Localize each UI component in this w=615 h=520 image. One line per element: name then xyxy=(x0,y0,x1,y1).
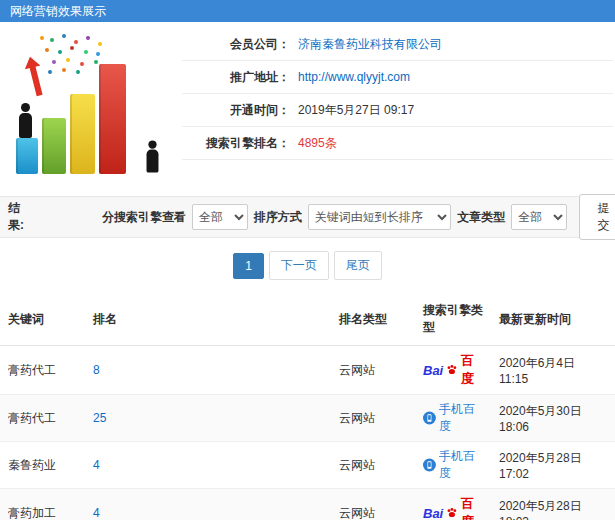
engine-type-cell: Bai百度 xyxy=(415,489,491,520)
chart-bar-blue xyxy=(16,138,38,174)
member-info-table: 会员公司： 济南秦鲁药业科技有限公司 推广地址： http://www.qlyy… xyxy=(182,28,613,176)
rank-count-label: 搜索引擎排名： xyxy=(182,135,290,152)
rank-type-cell: 云网站 xyxy=(331,346,415,395)
page-button-current[interactable]: 1 xyxy=(233,253,264,279)
sort-filter-label: 排序方式 xyxy=(254,209,302,226)
open-time-value: 2019年5月27日 09:17 xyxy=(298,102,414,119)
baidu-logo: Bai百度 xyxy=(423,352,483,388)
chart-bar-red xyxy=(99,64,126,174)
header-keyword: 关键词 xyxy=(0,293,85,346)
last-page-button[interactable]: 尾页 xyxy=(334,251,382,280)
info-row-rank-count: 搜索引擎排名： 4895条 xyxy=(182,127,613,160)
baidu-paw-icon xyxy=(446,363,458,377)
rank-type-cell: 云网站 xyxy=(331,489,415,520)
keyword-cell: 膏药代工 xyxy=(0,346,85,395)
sort-filter-select[interactable]: 关键词由短到长排序 xyxy=(308,204,452,230)
rank-cell: 8 xyxy=(85,346,331,395)
header-rank: 排名 xyxy=(85,293,331,346)
pagination: 1 下一页 尾页 xyxy=(0,251,615,280)
result-label: 结果: xyxy=(8,200,24,234)
open-time-label: 开通时间： xyxy=(182,102,290,119)
updated-time-cell: 2020年5月28日 17:02 xyxy=(491,442,615,489)
rank-cell: 4 xyxy=(85,442,331,489)
next-page-button[interactable]: 下一页 xyxy=(269,251,329,280)
article-type-label: 文章类型 xyxy=(457,209,505,226)
company-link[interactable]: 济南秦鲁药业科技有限公司 xyxy=(298,36,442,53)
updated-time-cell: 2020年5月30日 18:06 xyxy=(491,395,615,442)
member-info-section: 会员公司： 济南秦鲁药业科技有限公司 推广地址： http://www.qlyy… xyxy=(0,22,615,180)
filter-bar: 结果: 分搜索引擎查看 全部 排序方式 关键词由短到长排序 文章类型 全部 提交 xyxy=(0,196,615,238)
rank-type-cell: 云网站 xyxy=(331,395,415,442)
info-row-company: 会员公司： 济南秦鲁药业科技有限公司 xyxy=(182,28,613,61)
engine-type-cell: 手机百度 xyxy=(415,442,491,489)
company-label: 会员公司： xyxy=(182,36,290,53)
chart-bar-yellow xyxy=(70,94,95,174)
table-row: 膏药代工8云网站Bai百度2020年6月4日 11:15 xyxy=(0,346,615,395)
rank-link[interactable]: 4 xyxy=(93,506,100,520)
page-title: 网络营销效果展示 xyxy=(10,4,106,18)
header-updated: 最新更新时间 xyxy=(491,293,615,346)
header-engine-type: 搜索引擎类型 xyxy=(415,293,491,346)
baidu-paw-icon xyxy=(446,506,458,520)
filter-controls: 分搜索引擎查看 全部 排序方式 关键词由短到长排序 文章类型 全部 提交 xyxy=(102,194,615,240)
promo-url-link[interactable]: http://www.qlyyjt.com xyxy=(298,70,410,84)
keyword-cell: 膏药代工 xyxy=(0,395,85,442)
page-title-bar: 网络营销效果展示 xyxy=(0,0,615,22)
mobile-baidu-badge: 手机百度 xyxy=(423,401,483,435)
mobile-baidu-icon xyxy=(423,411,436,425)
rank-cell: 4 xyxy=(85,489,331,520)
keyword-cell: 秦鲁药业 xyxy=(0,442,85,489)
businessman-figure-right xyxy=(147,140,159,172)
info-row-open-time: 开通时间： 2019年5月27日 09:17 xyxy=(182,94,613,127)
rank-cell: 25 xyxy=(85,395,331,442)
table-row: 秦鲁药业4云网站手机百度2020年5月28日 17:02 xyxy=(0,442,615,489)
article-type-select[interactable]: 全部 xyxy=(511,204,567,230)
engine-type-cell: 手机百度 xyxy=(415,395,491,442)
chart-bar-green xyxy=(42,118,66,174)
businessman-figure-left xyxy=(19,103,32,138)
rank-count-value: 4895条 xyxy=(298,135,337,152)
header-rank-type: 排名类型 xyxy=(331,293,415,346)
rank-link[interactable]: 25 xyxy=(93,411,106,425)
engine-type-cell: Bai百度 xyxy=(415,346,491,395)
baidu-logo: Bai百度 xyxy=(423,495,483,520)
rank-type-cell: 云网站 xyxy=(331,442,415,489)
engine-filter-label: 分搜索引擎查看 xyxy=(102,209,186,226)
engine-filter-select[interactable]: 全部 xyxy=(192,204,248,230)
table-row: 膏药加工4云网站Bai百度2020年5月28日 18:03 xyxy=(0,489,615,520)
updated-time-cell: 2020年6月4日 11:15 xyxy=(491,346,615,395)
rank-link[interactable]: 8 xyxy=(93,363,100,377)
marketing-illustration xyxy=(6,28,178,178)
rank-link[interactable]: 4 xyxy=(93,458,100,472)
results-tbody: 膏药代工8云网站Bai百度2020年6月4日 11:15膏药代工25云网站手机百… xyxy=(0,346,615,520)
mobile-baidu-icon xyxy=(423,458,436,472)
keyword-cell: 膏药加工 xyxy=(0,489,85,520)
info-row-url: 推广地址： http://www.qlyyjt.com xyxy=(182,61,613,94)
mobile-baidu-badge: 手机百度 xyxy=(423,448,483,482)
submit-button[interactable]: 提交 xyxy=(579,194,615,240)
results-header-row: 关键词 排名 排名类型 搜索引擎类型 最新更新时间 xyxy=(0,293,615,346)
confetti-decoration xyxy=(40,36,44,40)
updated-time-cell: 2020年5月28日 18:03 xyxy=(491,489,615,520)
results-table: 关键词 排名 排名类型 搜索引擎类型 最新更新时间 膏药代工8云网站Bai百度2… xyxy=(0,293,615,520)
table-row: 膏药代工25云网站手机百度2020年5月30日 18:06 xyxy=(0,395,615,442)
promo-url-label: 推广地址： xyxy=(182,69,290,86)
growth-arrow-icon xyxy=(29,66,42,97)
